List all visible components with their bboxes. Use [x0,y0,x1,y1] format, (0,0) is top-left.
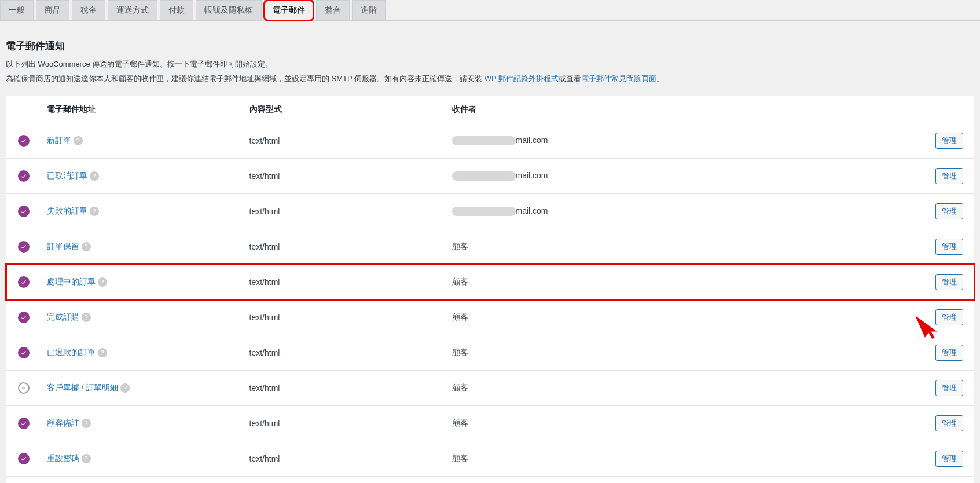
page-description-1: 以下列出 WooCommerce 傳送的電子郵件通知。按一下電子郵件即可開始設定… [2,58,978,73]
recipient-cell: mail.com [446,123,922,158]
content-type-cell: text/html [244,405,446,441]
email-name-link[interactable]: 新訂單 [47,136,71,145]
help-icon[interactable]: ? [82,419,91,428]
recipient-cell: 顧客 [446,299,922,335]
email-name-link[interactable]: 已退款的訂單 [47,347,96,357]
help-icon[interactable]: ? [82,313,91,322]
table-row: 已取消訂單?text/htmlmail.com管理 [6,158,974,193]
content-type-cell: text/html [244,123,446,158]
recipient-cell: 顧客 [446,476,922,483]
email-name-link[interactable]: 客戶單據 / 訂單明細 [47,383,119,392]
help-icon[interactable]: ? [98,348,107,357]
manage-button[interactable]: 管理 [935,203,963,219]
emails-table: 電子郵件地址 內容型式 收件者 新訂單?text/htmlmail.com管理已… [6,96,974,483]
status-cell [6,299,41,335]
tab-6[interactable]: 電子郵件 [264,0,314,21]
email-name-link[interactable]: 訂單保留 [47,241,79,251]
manage-button[interactable]: 管理 [935,239,963,255]
actions-cell: 管理 [922,264,974,299]
name-cell: 顧客備註? [41,405,244,441]
recipient-tail: mail.com [516,136,548,145]
recipient-cell: 顧客 [446,264,922,299]
manage-button[interactable]: 管理 [935,415,963,431]
tab-7[interactable]: 整合 [316,0,350,20]
help-icon[interactable]: ? [120,383,130,393]
recipient-cell: 顧客 [446,335,922,370]
manage-button[interactable]: 管理 [935,345,963,361]
recipient-tail: mail.com [516,206,548,215]
th-recipient: 收件者 [446,96,922,123]
name-cell: 已取消訂單? [41,158,244,193]
desc-text: 。 [656,74,664,83]
name-cell: 訂單保留? [41,229,244,264]
tab-8[interactable]: 進階 [352,0,386,20]
check-circle-icon [18,418,30,429]
status-cell [6,370,41,405]
help-icon[interactable]: ? [74,136,83,145]
manage-button[interactable]: 管理 [935,133,963,149]
manage-button[interactable]: 管理 [935,168,963,184]
email-name-link[interactable]: 重設密碼 [47,453,79,463]
content-type-cell: text/html [244,264,446,299]
email-name-link[interactable]: 失敗的訂單 [47,206,87,215]
status-cell [6,405,41,441]
check-circle-icon [18,241,30,253]
email-name-link[interactable]: 處理中的訂單 [47,277,96,286]
name-cell: 新帳號? [41,476,244,483]
wp-mail-log-link[interactable]: WP 郵件記錄外掛程式 [485,74,559,83]
actions-cell: 管理 [922,123,974,158]
th-status [6,96,41,123]
table-row: 客戶單據 / 訂單明細?text/html顧客管理 [6,370,974,405]
recipient-cell: mail.com [446,193,922,229]
table-row: 處理中的訂單?text/html顧客管理 [6,264,974,299]
status-cell [6,158,41,193]
tab-1[interactable]: 商品 [36,0,69,20]
status-cell [6,229,41,264]
table-row: 失敗的訂單?text/htmlmail.com管理 [6,193,974,229]
table-row: 新訂單?text/htmlmail.com管理 [6,123,974,158]
content-type-cell: text/html [244,299,446,335]
email-faq-link[interactable]: 電子郵件常見問題頁面 [581,74,656,83]
email-name-link[interactable]: 已取消訂單 [47,171,87,180]
manage-button[interactable]: 管理 [935,451,963,467]
help-icon[interactable]: ? [98,277,107,287]
recipient-cell: 顧客 [446,405,922,441]
table-row: 新帳號?text/html顧客管理 [6,476,974,483]
table-row: 重設密碼?text/html顧客管理 [6,441,974,476]
content-type-cell: text/html [244,193,446,229]
manage-button[interactable]: 管理 [935,309,963,325]
check-circle-icon [18,206,30,217]
tab-4[interactable]: 付款 [160,0,193,20]
tab-0[interactable]: 一般 [0,0,34,20]
help-icon[interactable]: ? [90,171,99,181]
status-cell [6,335,41,370]
redacted-email [452,171,516,181]
name-cell: 新訂單? [41,123,244,158]
manage-button[interactable]: 管理 [935,380,963,396]
help-icon[interactable]: ? [82,242,91,251]
check-circle-icon [18,453,30,464]
email-name-link[interactable]: 顧客備註 [47,418,79,427]
help-icon[interactable]: ? [90,207,99,216]
help-icon[interactable]: ? [82,454,91,463]
page-title: 電子郵件通知 [2,29,978,58]
desc-text: 或查看 [559,74,581,83]
email-name-link[interactable]: 完成訂購 [47,312,79,321]
arrow-circle-icon [18,382,30,394]
content-type-cell: text/html [244,441,446,476]
manage-button[interactable]: 管理 [935,274,963,290]
name-cell: 失敗的訂單? [41,193,244,229]
check-circle-icon [18,347,30,358]
status-cell [6,193,41,229]
status-cell [6,123,41,158]
actions-cell: 管理 [922,476,974,483]
actions-cell: 管理 [922,193,974,229]
tab-5[interactable]: 帳號及隱私權 [196,0,262,20]
table-row: 完成訂購?text/html顧客管理 [6,299,974,335]
name-cell: 重設密碼? [41,441,244,476]
table-row: 顧客備註?text/html顧客管理 [6,405,974,441]
actions-cell: 管理 [922,335,974,370]
recipient-cell: 顧客 [446,229,922,264]
tab-3[interactable]: 運送方式 [108,0,157,20]
tab-2[interactable]: 稅金 [72,0,105,20]
